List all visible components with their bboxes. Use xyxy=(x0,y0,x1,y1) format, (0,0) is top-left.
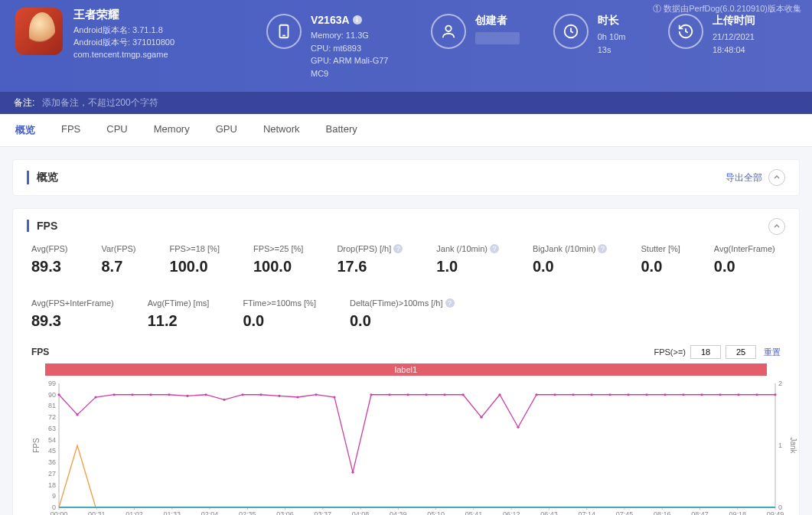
svg-point-93 xyxy=(590,393,592,396)
svg-point-68 xyxy=(131,393,133,396)
tab-cpu[interactable]: CPU xyxy=(105,114,129,146)
help-icon[interactable]: ? xyxy=(445,298,455,308)
remark-bar[interactable]: 备注: 添加备注，不超过200个字符 xyxy=(0,92,812,114)
svg-point-76 xyxy=(278,395,280,397)
tab-memory[interactable]: Memory xyxy=(152,114,191,146)
svg-text:07:14: 07:14 xyxy=(578,510,595,515)
svg-text:72: 72 xyxy=(48,413,56,421)
metric-value: 0.0 xyxy=(243,312,316,330)
metric-label: Avg(FTime) [ms] xyxy=(148,298,210,308)
svg-point-103 xyxy=(774,393,776,396)
export-row: 导出全部 xyxy=(726,169,785,186)
svg-text:00:31: 00:31 xyxy=(88,510,106,515)
metric-value: 89.3 xyxy=(31,312,114,330)
svg-text:03:37: 03:37 xyxy=(315,510,332,515)
metric: Avg(FPS)89.3 xyxy=(31,244,67,275)
collapse-button[interactable] xyxy=(768,218,785,235)
app-meta: Android版本名: 3.71.1.8 Android版本号: 3710108… xyxy=(73,24,227,61)
metric-value: 0.0 xyxy=(714,258,775,275)
metric-value: 100.0 xyxy=(170,258,220,275)
help-icon[interactable]: ? xyxy=(490,244,499,253)
duration-label: 时长 xyxy=(598,14,634,28)
filter-a-input[interactable] xyxy=(690,345,721,359)
svg-text:FPS: FPS xyxy=(32,438,41,453)
svg-point-96 xyxy=(645,393,647,396)
svg-text:04:39: 04:39 xyxy=(390,510,407,515)
svg-point-72 xyxy=(204,393,207,396)
metric-value: 0.0 xyxy=(350,312,455,330)
svg-point-86 xyxy=(461,393,464,396)
upload-value: 21/12/2021 18:48:04 xyxy=(713,31,780,56)
svg-text:54: 54 xyxy=(48,436,56,444)
svg-text:9: 9 xyxy=(52,492,56,500)
fps-chart[interactable]: 091827364554637281909901200:0000:3101:02… xyxy=(31,379,797,515)
metric-label: FTime>=100ms [%] xyxy=(243,298,316,308)
svg-text:03:06: 03:06 xyxy=(276,510,294,515)
svg-point-79 xyxy=(333,396,335,398)
svg-text:2: 2 xyxy=(778,380,782,387)
metric-label: BigJank (/10min)? xyxy=(533,244,608,253)
metric-value: 0.0 xyxy=(533,258,608,275)
creator-value xyxy=(475,32,520,44)
svg-text:45: 45 xyxy=(48,447,56,455)
svg-point-101 xyxy=(737,393,739,396)
svg-point-65 xyxy=(76,413,78,416)
chart-header: FPS FPS(>=) 重置 xyxy=(27,345,785,359)
svg-text:08:47: 08:47 xyxy=(691,510,709,515)
svg-point-83 xyxy=(406,393,409,396)
svg-point-66 xyxy=(94,396,96,398)
tab-network[interactable]: Network xyxy=(262,114,302,146)
svg-text:04:08: 04:08 xyxy=(352,510,370,515)
tab-fps[interactable]: FPS xyxy=(60,114,82,146)
svg-text:27: 27 xyxy=(48,470,56,478)
filter-label: FPS(>=) xyxy=(654,347,686,357)
metric-value: 8.7 xyxy=(101,258,135,275)
svg-text:06:43: 06:43 xyxy=(540,510,558,515)
svg-point-99 xyxy=(700,393,703,396)
collapse-button[interactable] xyxy=(768,169,785,186)
creator-label: 创建者 xyxy=(475,14,520,28)
svg-point-67 xyxy=(113,393,115,396)
tab-gpu[interactable]: GPU xyxy=(214,114,239,146)
upload-block: 上传时间 21/12/2021 18:48:04 xyxy=(668,14,780,56)
svg-point-88 xyxy=(498,393,501,396)
metric-value: 100.0 xyxy=(253,258,303,275)
metric-label: Delta(FTime)>100ms [/h]? xyxy=(350,298,455,308)
metric: BigJank (/10min)?0.0 xyxy=(533,244,608,275)
svg-point-91 xyxy=(553,393,556,396)
filter-reset[interactable]: 重置 xyxy=(764,347,781,358)
info-icon[interactable]: i xyxy=(353,15,362,24)
metric: Avg(FPS+InterFrame)89.3 xyxy=(31,298,114,330)
fps-section: FPS Avg(FPS)89.3Var(FPS)8.7FPS>=18 [%]10… xyxy=(12,208,800,515)
svg-point-94 xyxy=(608,393,611,396)
svg-point-92 xyxy=(572,393,574,396)
tab-battery[interactable]: Battery xyxy=(324,114,359,146)
metric: Delta(FTime)>100ms [/h]?0.0 xyxy=(350,298,455,330)
app-title: 王者荣耀 xyxy=(73,8,227,22)
metric-label: Drop(FPS) [/h]? xyxy=(337,244,403,253)
help-icon[interactable]: ? xyxy=(598,244,607,253)
tab-overview[interactable]: 概览 xyxy=(14,114,37,146)
filter-b-input[interactable] xyxy=(726,345,756,359)
clock-icon xyxy=(553,14,589,49)
metric-label: FPS>=25 [%] xyxy=(253,244,303,253)
header: ① 数据由PerfDog(6.0.210910)版本收集 王者荣耀 Androi… xyxy=(0,0,812,92)
svg-text:06:12: 06:12 xyxy=(503,510,520,515)
svg-point-98 xyxy=(682,393,684,396)
duration-value: 0h 10m 13s xyxy=(598,31,634,56)
metric: Avg(FTime) [ms]11.2 xyxy=(148,298,210,330)
chart-label-bar[interactable]: label1 xyxy=(45,363,767,376)
metric-value: 0.0 xyxy=(641,258,680,275)
metric-label: FPS>=18 [%] xyxy=(170,244,220,253)
svg-text:81: 81 xyxy=(48,402,56,409)
chart-title: FPS xyxy=(31,347,49,357)
upload-label: 上传时间 xyxy=(713,14,780,28)
remark-label: 备注: xyxy=(14,97,34,108)
svg-point-89 xyxy=(517,426,519,429)
svg-point-71 xyxy=(186,395,188,397)
svg-point-70 xyxy=(168,393,170,396)
svg-point-95 xyxy=(627,393,629,396)
svg-point-78 xyxy=(315,393,317,396)
help-icon[interactable]: ? xyxy=(393,244,403,253)
export-all-link[interactable]: 导出全部 xyxy=(726,171,762,184)
